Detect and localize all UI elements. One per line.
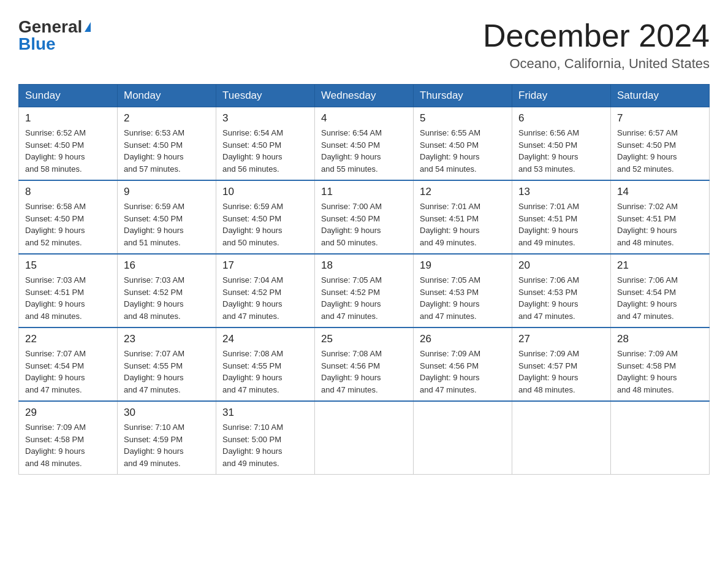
table-row: 7Sunrise: 6:57 AM Sunset: 4:50 PM Daylig…	[611, 107, 710, 181]
day-info: Sunrise: 7:01 AM Sunset: 4:51 PM Dayligh…	[518, 201, 604, 248]
table-row: 26Sunrise: 7:09 AM Sunset: 4:56 PM Dayli…	[414, 327, 512, 401]
header-wednesday: Wednesday	[315, 85, 414, 107]
day-number: 27	[518, 333, 604, 345]
logo-triangle-icon	[85, 22, 91, 32]
calendar-week-row: 1Sunrise: 6:52 AM Sunset: 4:50 PM Daylig…	[19, 107, 710, 181]
day-number: 30	[124, 407, 210, 419]
table-row	[611, 401, 710, 475]
table-row: 9Sunrise: 6:59 AM Sunset: 4:50 PM Daylig…	[118, 180, 216, 254]
day-number: 17	[222, 259, 308, 272]
table-row: 16Sunrise: 7:03 AM Sunset: 4:52 PM Dayli…	[118, 254, 216, 327]
day-number: 2	[124, 112, 210, 124]
day-number: 28	[617, 333, 703, 345]
table-row: 19Sunrise: 7:05 AM Sunset: 4:53 PM Dayli…	[414, 254, 512, 327]
day-info: Sunrise: 6:59 AM Sunset: 4:50 PM Dayligh…	[124, 201, 210, 248]
day-number: 23	[124, 333, 210, 345]
table-row: 21Sunrise: 7:06 AM Sunset: 4:54 PM Dayli…	[611, 254, 710, 327]
table-row: 8Sunrise: 6:58 AM Sunset: 4:50 PM Daylig…	[19, 180, 118, 254]
day-info: Sunrise: 6:58 AM Sunset: 4:50 PM Dayligh…	[25, 201, 111, 248]
table-row: 29Sunrise: 7:09 AM Sunset: 4:58 PM Dayli…	[19, 401, 118, 475]
day-info: Sunrise: 7:09 AM Sunset: 4:57 PM Dayligh…	[518, 348, 604, 396]
location-title: Oceano, California, United States	[483, 56, 710, 72]
table-row: 17Sunrise: 7:04 AM Sunset: 4:52 PM Dayli…	[216, 254, 315, 327]
day-info: Sunrise: 7:01 AM Sunset: 4:51 PM Dayligh…	[420, 201, 506, 248]
day-info: Sunrise: 7:09 AM Sunset: 4:58 PM Dayligh…	[25, 421, 111, 469]
day-number: 7	[617, 112, 703, 124]
table-row: 24Sunrise: 7:08 AM Sunset: 4:55 PM Dayli…	[216, 327, 315, 401]
day-info: Sunrise: 7:06 AM Sunset: 4:54 PM Dayligh…	[617, 274, 703, 322]
day-number: 11	[321, 186, 407, 198]
day-info: Sunrise: 7:05 AM Sunset: 4:52 PM Dayligh…	[321, 274, 407, 322]
logo: General Blue	[18, 18, 91, 53]
table-row: 18Sunrise: 7:05 AM Sunset: 4:52 PM Dayli…	[315, 254, 414, 327]
day-number: 8	[25, 186, 111, 198]
title-area: December 2024 Oceano, California, United…	[483, 18, 710, 72]
day-number: 3	[222, 112, 308, 124]
day-number: 5	[420, 112, 506, 124]
header-saturday: Saturday	[611, 85, 710, 107]
day-number: 14	[617, 186, 703, 198]
day-info: Sunrise: 7:09 AM Sunset: 4:58 PM Dayligh…	[617, 348, 703, 396]
table-row: 28Sunrise: 7:09 AM Sunset: 4:58 PM Dayli…	[611, 327, 710, 401]
day-number: 19	[420, 259, 506, 272]
table-row: 31Sunrise: 7:10 AM Sunset: 5:00 PM Dayli…	[216, 401, 315, 475]
day-info: Sunrise: 6:55 AM Sunset: 4:50 PM Dayligh…	[420, 127, 506, 175]
table-row	[414, 401, 512, 475]
calendar-week-row: 15Sunrise: 7:03 AM Sunset: 4:51 PM Dayli…	[19, 254, 710, 327]
day-info: Sunrise: 7:00 AM Sunset: 4:50 PM Dayligh…	[321, 201, 407, 248]
day-number: 15	[25, 259, 111, 272]
table-row: 10Sunrise: 6:59 AM Sunset: 4:50 PM Dayli…	[216, 180, 315, 254]
day-number: 13	[518, 186, 604, 198]
day-info: Sunrise: 7:03 AM Sunset: 4:52 PM Dayligh…	[124, 274, 210, 322]
header-row: Sunday Monday Tuesday Wednesday Thursday…	[19, 85, 710, 107]
header-sunday: Sunday	[19, 85, 118, 107]
day-info: Sunrise: 7:06 AM Sunset: 4:53 PM Dayligh…	[518, 274, 604, 322]
calendar-table: Sunday Monday Tuesday Wednesday Thursday…	[18, 84, 710, 475]
day-info: Sunrise: 7:03 AM Sunset: 4:51 PM Dayligh…	[25, 274, 111, 322]
day-number: 16	[124, 259, 210, 272]
day-info: Sunrise: 6:52 AM Sunset: 4:50 PM Dayligh…	[25, 127, 111, 175]
day-info: Sunrise: 6:57 AM Sunset: 4:50 PM Dayligh…	[617, 127, 703, 175]
day-number: 18	[321, 259, 407, 272]
day-number: 24	[222, 333, 308, 345]
day-info: Sunrise: 6:53 AM Sunset: 4:50 PM Dayligh…	[124, 127, 210, 175]
calendar-week-row: 29Sunrise: 7:09 AM Sunset: 4:58 PM Dayli…	[19, 401, 710, 475]
day-info: Sunrise: 6:59 AM Sunset: 4:50 PM Dayligh…	[222, 201, 308, 248]
day-number: 4	[321, 112, 407, 124]
day-number: 10	[222, 186, 308, 198]
day-number: 1	[25, 112, 111, 124]
day-number: 29	[25, 407, 111, 419]
calendar-week-row: 22Sunrise: 7:07 AM Sunset: 4:54 PM Dayli…	[19, 327, 710, 401]
calendar-week-row: 8Sunrise: 6:58 AM Sunset: 4:50 PM Daylig…	[19, 180, 710, 254]
day-info: Sunrise: 6:54 AM Sunset: 4:50 PM Dayligh…	[222, 127, 308, 175]
day-info: Sunrise: 7:09 AM Sunset: 4:56 PM Dayligh…	[420, 348, 506, 396]
header-thursday: Thursday	[414, 85, 512, 107]
day-number: 6	[518, 112, 604, 124]
table-row: 5Sunrise: 6:55 AM Sunset: 4:50 PM Daylig…	[414, 107, 512, 181]
table-row: 2Sunrise: 6:53 AM Sunset: 4:50 PM Daylig…	[118, 107, 216, 181]
table-row: 20Sunrise: 7:06 AM Sunset: 4:53 PM Dayli…	[512, 254, 611, 327]
day-number: 25	[321, 333, 407, 345]
table-row: 27Sunrise: 7:09 AM Sunset: 4:57 PM Dayli…	[512, 327, 611, 401]
table-row	[315, 401, 414, 475]
day-info: Sunrise: 7:07 AM Sunset: 4:55 PM Dayligh…	[124, 348, 210, 396]
table-row: 11Sunrise: 7:00 AM Sunset: 4:50 PM Dayli…	[315, 180, 414, 254]
day-number: 31	[222, 407, 308, 419]
day-number: 12	[420, 186, 506, 198]
table-row: 22Sunrise: 7:07 AM Sunset: 4:54 PM Dayli…	[19, 327, 118, 401]
page-header: General Blue December 2024 Oceano, Calif…	[18, 18, 710, 72]
day-info: Sunrise: 7:10 AM Sunset: 5:00 PM Dayligh…	[222, 421, 308, 469]
table-row: 15Sunrise: 7:03 AM Sunset: 4:51 PM Dayli…	[19, 254, 118, 327]
day-number: 21	[617, 259, 703, 272]
table-row: 3Sunrise: 6:54 AM Sunset: 4:50 PM Daylig…	[216, 107, 315, 181]
logo-general: General	[18, 18, 82, 36]
table-row: 1Sunrise: 6:52 AM Sunset: 4:50 PM Daylig…	[19, 107, 118, 181]
day-number: 9	[124, 186, 210, 198]
day-info: Sunrise: 6:56 AM Sunset: 4:50 PM Dayligh…	[518, 127, 604, 175]
logo-blue: Blue	[18, 36, 56, 53]
day-number: 26	[420, 333, 506, 345]
table-row: 12Sunrise: 7:01 AM Sunset: 4:51 PM Dayli…	[414, 180, 512, 254]
day-info: Sunrise: 6:54 AM Sunset: 4:50 PM Dayligh…	[321, 127, 407, 175]
header-friday: Friday	[512, 85, 611, 107]
table-row: 23Sunrise: 7:07 AM Sunset: 4:55 PM Dayli…	[118, 327, 216, 401]
